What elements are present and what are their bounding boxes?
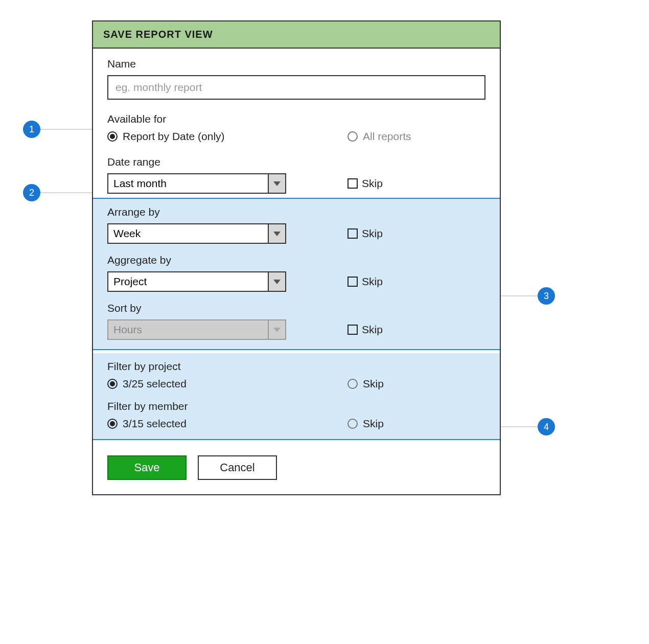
aggregate-by-select[interactable]: Project — [107, 271, 286, 292]
save-button[interactable]: Save — [107, 455, 187, 480]
aggregate-by-skip-label: Skip — [362, 275, 383, 288]
aggregate-by-value: Project — [108, 272, 268, 291]
radio-all-reports[interactable]: All reports — [347, 130, 411, 143]
callout-line — [501, 426, 538, 427]
sort-by-skip-checkbox[interactable] — [347, 325, 358, 335]
filter-project-selected-radio[interactable]: 3/25 selected — [107, 378, 347, 390]
arrange-by-skip-label: Skip — [362, 227, 383, 240]
callout-2: 2 — [23, 184, 40, 201]
callout-1: 1 — [23, 121, 40, 138]
chevron-down-icon — [273, 232, 281, 236]
name-label: Name — [107, 58, 485, 70]
date-range-skip-checkbox[interactable] — [347, 178, 358, 189]
filter-block: Filter by project 3/25 selected Skip Fil — [93, 353, 500, 440]
callout-line — [40, 192, 92, 193]
radio-label-all-reports: All reports — [363, 130, 411, 143]
arrange-aggregate-sort-block: Arrange by Week Skip Aggregate by — [93, 198, 500, 350]
dropdown-button[interactable] — [268, 272, 285, 291]
chevron-down-icon — [273, 280, 281, 284]
chevron-down-icon — [273, 328, 281, 332]
radio-icon-empty — [347, 379, 358, 389]
available-for-section: Available for Report by Date (only) All … — [93, 104, 500, 147]
name-input[interactable] — [107, 75, 485, 100]
arrange-by-label: Arrange by — [107, 206, 485, 218]
dropdown-button[interactable] — [268, 224, 285, 243]
filter-project-selected-label: 3/25 selected — [123, 378, 187, 390]
filter-project-skip-label: Skip — [363, 378, 384, 390]
callout-4: 4 — [538, 418, 555, 435]
arrange-by-skip-checkbox[interactable] — [347, 228, 358, 239]
filter-project-label: Filter by project — [107, 360, 485, 373]
sort-by-value: Hours — [108, 320, 268, 339]
aggregate-by-skip-checkbox[interactable] — [347, 277, 358, 287]
radio-icon-selected — [107, 379, 118, 389]
sort-by-label: Sort by — [107, 302, 485, 314]
filter-member-label: Filter by member — [107, 400, 485, 412]
dialog-footer: Save Cancel — [93, 440, 500, 494]
callout-line — [501, 295, 538, 296]
callout-line — [40, 129, 92, 130]
callout-3: 3 — [538, 287, 555, 305]
date-range-select[interactable]: Last month — [107, 173, 286, 194]
arrange-by-select[interactable]: Week — [107, 223, 286, 244]
date-range-label: Date range — [107, 156, 485, 168]
dropdown-button[interactable] — [268, 174, 285, 193]
radio-icon-selected — [107, 419, 118, 429]
date-range-skip-label: Skip — [362, 177, 383, 190]
dropdown-button-disabled — [268, 320, 285, 339]
chevron-down-icon — [273, 181, 281, 186]
date-range-section: Date range Last month Skip — [93, 147, 500, 198]
filter-project-skip-radio[interactable]: Skip — [347, 378, 384, 390]
radio-label-report-by-date: Report by Date (only) — [123, 130, 225, 143]
aggregate-by-label: Aggregate by — [107, 254, 485, 266]
dialog-title: SAVE REPORT VIEW — [93, 21, 500, 49]
sort-by-skip-label: Skip — [362, 324, 383, 336]
name-section: Name — [93, 49, 500, 104]
sort-by-select: Hours — [107, 319, 286, 340]
save-report-dialog: SAVE REPORT VIEW Name Available for Repo… — [92, 20, 501, 495]
cancel-button[interactable]: Cancel — [198, 455, 277, 480]
filter-member-skip-radio[interactable]: Skip — [347, 418, 384, 430]
date-range-value: Last month — [108, 174, 268, 193]
radio-icon-selected — [107, 131, 118, 142]
filter-member-selected-radio[interactable]: 3/15 selected — [107, 418, 347, 430]
radio-icon-empty — [347, 419, 358, 429]
available-for-label: Available for — [107, 113, 485, 125]
filter-member-skip-label: Skip — [363, 418, 384, 430]
radio-report-by-date[interactable]: Report by Date (only) — [107, 130, 347, 143]
radio-icon-empty — [347, 131, 358, 142]
filter-member-selected-label: 3/15 selected — [123, 418, 187, 430]
arrange-by-value: Week — [108, 224, 268, 243]
